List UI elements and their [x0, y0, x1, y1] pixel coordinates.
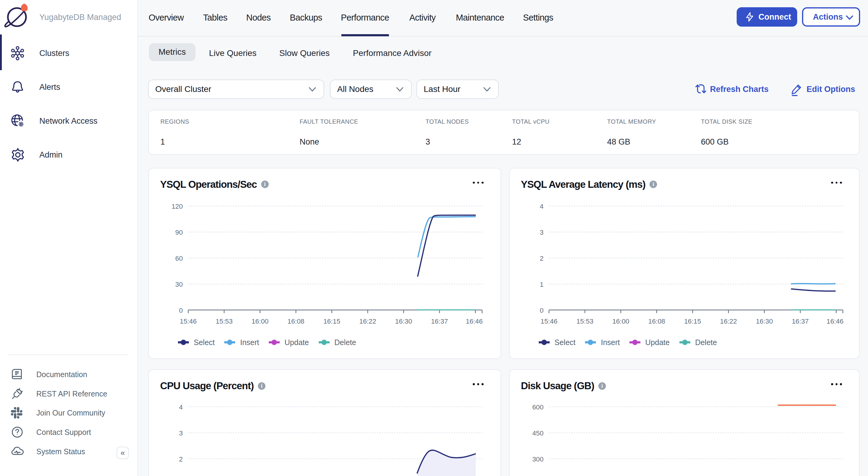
svg-text:0: 0	[540, 307, 544, 314]
svg-text:4: 4	[179, 403, 183, 411]
svg-text:16:30: 16:30	[756, 317, 773, 325]
svg-text:600: 600	[532, 403, 544, 411]
svg-text:15:53: 15:53	[577, 317, 593, 325]
svg-text:2: 2	[179, 455, 183, 463]
svg-text:3: 3	[179, 430, 183, 437]
svg-text:16:46: 16:46	[466, 317, 483, 325]
svg-text:16:08: 16:08	[287, 317, 305, 325]
svg-text:16:00: 16:00	[612, 317, 629, 325]
svg-text:15:46: 15:46	[540, 317, 557, 325]
svg-text:300: 300	[532, 455, 544, 463]
svg-text:16:22: 16:22	[359, 317, 376, 325]
svg-text:16:15: 16:15	[323, 317, 340, 325]
svg-text:16:08: 16:08	[648, 317, 665, 325]
svg-text:16:37: 16:37	[431, 317, 448, 325]
svg-text:16:22: 16:22	[720, 317, 737, 325]
svg-text:15:53: 15:53	[216, 317, 233, 325]
svg-text:0: 0	[179, 307, 183, 314]
svg-text:16:37: 16:37	[792, 317, 809, 325]
svg-text:16:30: 16:30	[395, 317, 412, 325]
svg-text:60: 60	[175, 254, 183, 262]
svg-text:90: 90	[175, 229, 183, 236]
svg-text:4: 4	[540, 203, 544, 210]
svg-text:16:46: 16:46	[827, 317, 843, 325]
svg-text:16:15: 16:15	[684, 317, 701, 325]
svg-text:3: 3	[540, 229, 544, 236]
svg-text:16:00: 16:00	[251, 317, 269, 325]
svg-text:1: 1	[540, 281, 544, 288]
svg-text:120: 120	[172, 203, 183, 210]
svg-text:2: 2	[540, 254, 544, 262]
svg-text:15:46: 15:46	[180, 317, 197, 325]
svg-text:450: 450	[532, 430, 544, 437]
svg-text:30: 30	[175, 281, 183, 288]
